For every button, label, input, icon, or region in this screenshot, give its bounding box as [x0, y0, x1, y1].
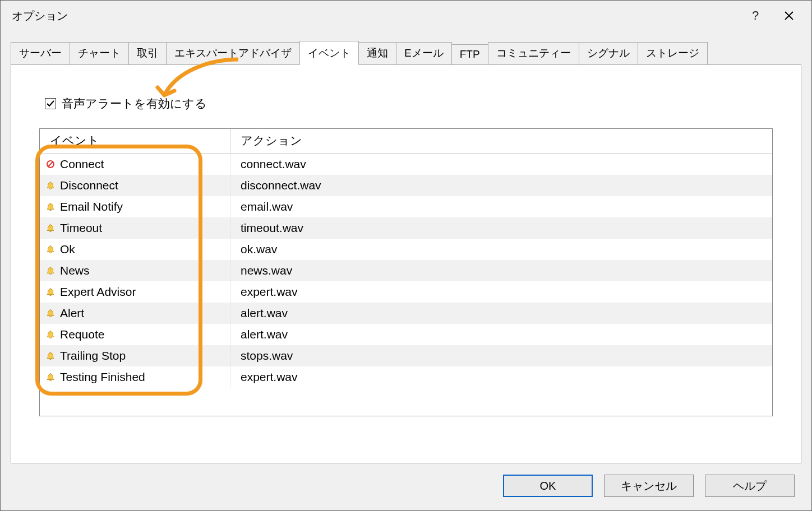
- bell-icon: [45, 372, 56, 382]
- tab-4[interactable]: イベント: [299, 41, 359, 65]
- event-name: Expert Advisor: [60, 285, 136, 299]
- bell-icon: [45, 223, 56, 233]
- action-cell[interactable]: expert.wav: [230, 366, 772, 388]
- action-cell[interactable]: timeout.wav: [230, 217, 772, 239]
- action-file: ok.wav: [241, 243, 277, 256]
- event-name: Disconnect: [60, 179, 118, 192]
- action-file: timeout.wav: [241, 221, 303, 235]
- ok-button[interactable]: OK: [503, 475, 593, 497]
- bell-icon: [45, 287, 56, 297]
- event-name: News: [60, 264, 90, 277]
- action-file: expert.wav: [241, 285, 298, 299]
- action-file: expert.wav: [241, 370, 298, 384]
- titlebar: オプション ?: [1, 1, 811, 31]
- table-row[interactable]: Alertalert.wav: [40, 303, 772, 324]
- options-dialog: オプション ? サーバーチャート取引エキスパートアドバイザイベント通知EメールF…: [0, 0, 812, 511]
- action-cell[interactable]: alert.wav: [230, 303, 772, 324]
- table-row[interactable]: Testing Finishedexpert.wav: [40, 366, 772, 388]
- event-name: Trailing Stop: [60, 349, 126, 363]
- enable-sound-alerts-checkbox[interactable]: [45, 98, 56, 109]
- event-cell[interactable]: Connect: [40, 154, 230, 175]
- action-file: news.wav: [241, 264, 292, 277]
- window-title: オプション: [12, 8, 739, 24]
- svg-line-1: [48, 162, 53, 166]
- action-cell[interactable]: connect.wav: [230, 154, 772, 175]
- event-cell[interactable]: Alert: [40, 303, 230, 324]
- event-name: Email Notify: [60, 200, 123, 213]
- action-file: connect.wav: [241, 157, 306, 171]
- tab-panel-events: 音声アラートを有効にする イベント アクション Connectconnect.w…: [11, 64, 801, 463]
- event-cell[interactable]: Expert Advisor: [40, 281, 230, 303]
- table-body: Connectconnect.wavDisconnectdisconnect.w…: [40, 154, 772, 388]
- action-file: email.wav: [241, 200, 293, 213]
- dialog-buttons: OK キャンセル ヘルプ: [1, 463, 811, 510]
- enable-sound-alerts-row[interactable]: 音声アラートを有効にする: [45, 96, 773, 112]
- tab-9[interactable]: シグナル: [579, 42, 638, 64]
- action-file: disconnect.wav: [241, 179, 321, 192]
- tab-2[interactable]: 取引: [128, 42, 167, 64]
- event-name: Alert: [60, 306, 84, 320]
- help-icon[interactable]: ?: [739, 1, 772, 31]
- tab-7[interactable]: FTP: [451, 44, 488, 64]
- tab-10[interactable]: ストレージ: [638, 42, 708, 64]
- table-row[interactable]: Disconnectdisconnect.wav: [40, 175, 772, 196]
- tab-6[interactable]: Eメール: [396, 42, 452, 64]
- event-cell[interactable]: Timeout: [40, 217, 230, 239]
- table-empty-row: [40, 388, 772, 416]
- event-cell[interactable]: Disconnect: [40, 175, 230, 196]
- enable-sound-alerts-label: 音声アラートを有効にする: [62, 96, 207, 112]
- table-row[interactable]: Expert Advisorexpert.wav: [40, 281, 772, 303]
- table-row[interactable]: Okok.wav: [40, 239, 772, 260]
- action-cell[interactable]: stops.wav: [230, 345, 772, 366]
- table-row[interactable]: Requotealert.wav: [40, 324, 772, 345]
- action-cell[interactable]: news.wav: [230, 260, 772, 281]
- tab-0[interactable]: サーバー: [11, 42, 70, 64]
- event-name: Testing Finished: [60, 370, 145, 384]
- action-cell[interactable]: email.wav: [230, 196, 772, 217]
- event-name: Timeout: [60, 221, 102, 235]
- tab-5[interactable]: 通知: [358, 42, 396, 64]
- column-header-action[interactable]: アクション: [230, 129, 772, 154]
- event-cell[interactable]: Trailing Stop: [40, 345, 230, 366]
- bell-icon: [45, 180, 56, 191]
- close-icon[interactable]: [772, 1, 806, 31]
- bell-icon: [45, 329, 56, 340]
- table-row[interactable]: Newsnews.wav: [40, 260, 772, 281]
- bell-icon: [45, 266, 56, 276]
- table-row[interactable]: Trailing Stopstops.wav: [40, 345, 772, 366]
- action-cell[interactable]: expert.wav: [230, 281, 772, 303]
- prohibit-icon: [45, 159, 56, 169]
- cancel-button[interactable]: キャンセル: [604, 475, 694, 497]
- tab-3[interactable]: エキスパートアドバイザ: [166, 42, 300, 64]
- action-cell[interactable]: alert.wav: [230, 324, 772, 345]
- tab-1[interactable]: チャート: [70, 42, 129, 64]
- event-name: Ok: [60, 243, 75, 256]
- event-name: Connect: [60, 157, 104, 171]
- action-file: alert.wav: [241, 328, 288, 341]
- event-cell[interactable]: Requote: [40, 324, 230, 345]
- event-cell[interactable]: Email Notify: [40, 196, 230, 217]
- tab-8[interactable]: コミュニティー: [488, 42, 579, 64]
- table-header: イベント アクション: [40, 129, 772, 154]
- event-name: Requote: [60, 328, 104, 341]
- table-row[interactable]: Timeouttimeout.wav: [40, 217, 772, 239]
- event-cell[interactable]: Testing Finished: [40, 366, 230, 388]
- action-cell[interactable]: ok.wav: [230, 239, 772, 260]
- action-cell[interactable]: disconnect.wav: [230, 175, 772, 196]
- bell-icon: [45, 244, 56, 254]
- events-table: イベント アクション Connectconnect.wavDisconnectd…: [39, 128, 773, 416]
- table-row[interactable]: Connectconnect.wav: [40, 154, 772, 175]
- column-header-event[interactable]: イベント: [40, 129, 230, 154]
- table-row[interactable]: Email Notifyemail.wav: [40, 196, 772, 217]
- tab-strip: サーバーチャート取引エキスパートアドバイザイベント通知EメールFTPコミュニティ…: [1, 31, 811, 64]
- bell-icon: [45, 202, 56, 212]
- bell-icon: [45, 351, 56, 361]
- bell-icon: [45, 308, 56, 318]
- action-file: alert.wav: [241, 306, 288, 320]
- event-cell[interactable]: News: [40, 260, 230, 281]
- action-file: stops.wav: [241, 349, 293, 363]
- event-cell[interactable]: Ok: [40, 239, 230, 260]
- help-button[interactable]: ヘルプ: [705, 475, 795, 497]
